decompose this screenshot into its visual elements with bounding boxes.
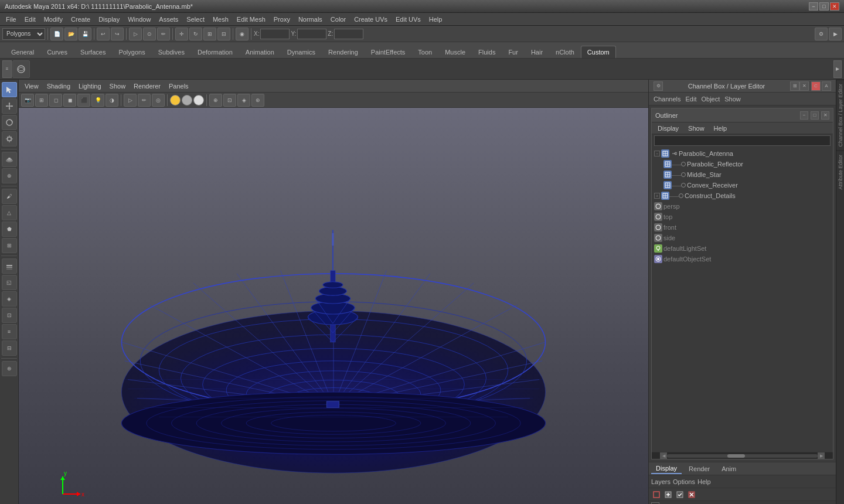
lo-help[interactable]: Help: [697, 478, 711, 485]
lasso-tool-button[interactable]: ⊙: [143, 28, 156, 40]
shelf-tab-rendering[interactable]: Rendering: [322, 46, 365, 58]
close-button[interactable]: ✕: [830, 2, 839, 11]
translate-button[interactable]: [2, 98, 17, 114]
menu-window[interactable]: Window: [124, 15, 154, 24]
paint-button[interactable]: ✏: [157, 28, 170, 40]
layer-new-button[interactable]: [651, 489, 662, 500]
outliner-search-input[interactable]: [654, 135, 831, 146]
vp-quality-high-button[interactable]: [193, 95, 204, 105]
minimize-button[interactable]: −: [809, 2, 818, 11]
shelf-tab-curves[interactable]: Curves: [40, 46, 74, 58]
spreadsheet-button[interactable]: ⊟: [2, 340, 17, 356]
shelf-tab-dynamics[interactable]: Dynamics: [281, 46, 322, 58]
cb-icon-button[interactable]: ⚙: [654, 81, 663, 91]
show-manipulator-button[interactable]: ⊕: [2, 168, 17, 183]
layer-tab-render[interactable]: Render: [684, 464, 714, 474]
ol-menu-display[interactable]: Display: [654, 124, 682, 133]
shelf-tab-polygons[interactable]: Polygons: [112, 46, 151, 58]
vp-isolate-button[interactable]: ⊛: [251, 94, 264, 107]
mode-selector[interactable]: Polygons Surfaces Dynamics Rendering: [2, 28, 45, 40]
expand-icon[interactable]: −: [654, 151, 660, 156]
ol-minimize-button[interactable]: −: [800, 111, 808, 120]
menu-create[interactable]: Create: [67, 15, 94, 24]
vp-select-button[interactable]: ▷: [124, 94, 137, 107]
select-mode-button[interactable]: [2, 82, 17, 97]
menu-help[interactable]: Help: [426, 15, 446, 24]
ol-scroll-left[interactable]: ◀: [660, 452, 667, 459]
vp-paint-button[interactable]: ✏: [138, 94, 151, 107]
shelf-tab-ncloth[interactable]: nCloth: [549, 46, 581, 58]
rst-channel-box[interactable]: Channel Box / Layer Editor: [836, 80, 844, 151]
undo-button[interactable]: ↩: [97, 28, 110, 40]
cb-color-button[interactable]: C: [811, 81, 821, 91]
tree-item-construct[interactable]: + —— Construct_Details: [652, 190, 833, 201]
vp-snap-button[interactable]: ◎: [152, 94, 165, 107]
menu-edit[interactable]: Edit: [21, 15, 39, 24]
layer-add-button[interactable]: [663, 489, 673, 500]
paint-skin-button[interactable]: 🖌: [2, 189, 17, 204]
vp-quality-med-button[interactable]: [182, 95, 192, 105]
shelf-tab-muscle[interactable]: Muscle: [438, 46, 472, 58]
tree-item-front[interactable]: front: [652, 222, 833, 233]
menu-edit-uvs[interactable]: Edit UVs: [392, 15, 424, 24]
open-file-button[interactable]: 📂: [64, 28, 77, 40]
ol-close-button[interactable]: ✕: [821, 111, 829, 120]
cb-close-button[interactable]: ✕: [799, 81, 809, 91]
scale-button[interactable]: [2, 131, 17, 147]
tree-item-reflector[interactable]: —— Parabolic_Reflector: [652, 159, 833, 169]
shelf-tab-subdives[interactable]: Subdives: [152, 46, 191, 58]
new-file-button[interactable]: 📄: [50, 28, 63, 40]
select-tool-button[interactable]: ▷: [129, 28, 142, 40]
shelf-tab-painteffects[interactable]: PaintEffects: [365, 46, 412, 58]
render-region-button[interactable]: ◱: [2, 275, 17, 290]
menu-file[interactable]: File: [2, 15, 20, 24]
viewport-menu-lighting[interactable]: Lighting: [75, 81, 105, 91]
move-tool-button[interactable]: ✛: [175, 28, 188, 40]
vp-grid-button[interactable]: ⊞: [35, 94, 48, 107]
save-file-button[interactable]: 💾: [79, 28, 91, 40]
sculpt-button[interactable]: △: [2, 205, 17, 220]
vp-wireframe-button[interactable]: ◻: [49, 94, 62, 107]
cb-tab-edit[interactable]: Edit: [685, 96, 696, 103]
lo-options[interactable]: Options: [673, 478, 695, 485]
layer-select-button[interactable]: [675, 489, 685, 500]
viewport-menu-shading[interactable]: Shading: [43, 81, 74, 91]
universal-manipulator-button[interactable]: ⊟: [217, 28, 230, 40]
ol-scroll-right[interactable]: ▶: [818, 452, 825, 459]
uv-editor-button[interactable]: ⊡: [2, 308, 17, 323]
shelf-tab-custom[interactable]: Custom: [581, 46, 616, 58]
menu-create-uvs[interactable]: Create UVs: [350, 15, 391, 24]
tree-item-objectset[interactable]: defaultObjectSet: [652, 254, 833, 264]
shelf-tab-hair[interactable]: Hair: [525, 46, 549, 58]
vp-shadows-button[interactable]: ◑: [106, 94, 118, 107]
tree-item-side[interactable]: side: [652, 233, 833, 243]
tree-item-middle-star[interactable]: —— Middle_Star: [652, 169, 833, 180]
soft-select-button[interactable]: ◉: [236, 28, 249, 40]
shelf-options-button[interactable]: ≡: [2, 60, 12, 78]
vp-manipulator-button[interactable]: ⊕: [209, 94, 222, 107]
cluster-button[interactable]: ⬟: [2, 222, 17, 237]
cb-tab-channels[interactable]: Channels: [654, 96, 680, 103]
tree-item-lightset[interactable]: defaultLightSet: [652, 243, 833, 254]
menu-mesh[interactable]: Mesh: [209, 15, 232, 24]
menu-select[interactable]: Select: [183, 15, 208, 24]
x-input[interactable]: [260, 29, 290, 39]
vp-camera-button[interactable]: 📷: [21, 94, 34, 107]
shelf-tab-animation[interactable]: Animation: [239, 46, 281, 58]
viewport-canvas[interactable]: x y pdnap: [19, 108, 648, 504]
scale-tool-button[interactable]: ⊞: [203, 28, 216, 40]
cb-attr-button[interactable]: A: [822, 81, 831, 91]
layer-button[interactable]: [2, 258, 17, 274]
tree-item-receiver[interactable]: —— Convex_Receiver: [652, 180, 833, 190]
ol-menu-help[interactable]: Help: [710, 124, 731, 133]
tree-item-persp[interactable]: persp: [652, 201, 833, 212]
vp-xray-button[interactable]: ◈: [237, 94, 250, 107]
z-input[interactable]: [334, 29, 363, 39]
y-input[interactable]: [297, 29, 326, 39]
shelf-tab-surfaces[interactable]: Surfaces: [74, 46, 112, 58]
outliner-button[interactable]: ≡: [2, 324, 17, 339]
outliner-scroll-track[interactable]: [667, 454, 818, 458]
viewport-menu-show[interactable]: Show: [106, 81, 130, 91]
shelf-tab-deformation[interactable]: Deformation: [191, 46, 239, 58]
vp-smooth-button[interactable]: ◼: [63, 94, 76, 107]
